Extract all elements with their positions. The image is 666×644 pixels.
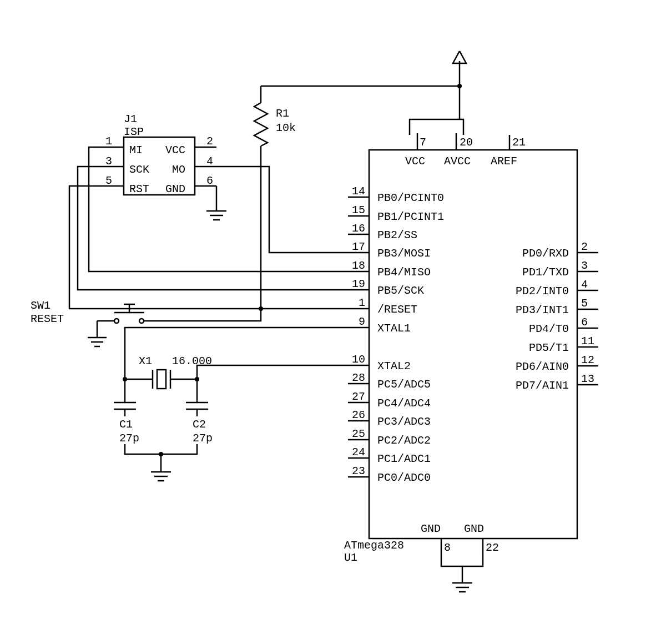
gnd-isp [206, 211, 226, 220]
mcu-left-name-6: /RESET [377, 303, 417, 316]
mcu-left-name-14: PC1/ADC1 [377, 452, 431, 465]
mcu-left-name-4: PB4/MISO [377, 266, 431, 279]
isp-name-sck: SCK [129, 163, 149, 176]
mcu-left-name-3: PB3/MOSI [377, 247, 431, 260]
mcu-right-num-6: 12 [581, 354, 594, 366]
mcu-left-num-15: 23 [352, 465, 365, 477]
c2-value2: 27p [193, 432, 213, 445]
vcc-arrow [453, 51, 466, 119]
mcu-left-num-0: 14 [352, 185, 365, 198]
svg-point-47 [114, 319, 119, 323]
xtal-symbol: X1 16.000 C1 27p C2 27p C1 [114, 328, 348, 481]
mcu-symbol: 7 20 21 VCC AVCC AREF 8 22 GND GND 14PB0… [344, 119, 598, 566]
mcu-right-num-0: 2 [581, 240, 588, 253]
c2-ref2: C2 [193, 418, 206, 431]
mcu-right-num-4: 6 [581, 316, 588, 329]
mcu-left-num-2: 16 [352, 222, 365, 235]
mcu-left-name-13: PC2/ADC2 [377, 434, 431, 447]
isp-pin-1: 1 [105, 135, 112, 148]
isp-pin-6: 6 [206, 174, 213, 187]
mcu-right-num-1: 3 [581, 259, 588, 272]
mcu-left-name-5: PB5/SCK [377, 284, 424, 297]
mcu-left-name-10: PC5/ADC5 [377, 378, 431, 391]
mcu-left-name-0: PB0/PCINT0 [377, 192, 444, 204]
mcu-part: ATmega328 [344, 539, 404, 552]
mcu-right-name-4: PD4/T0 [529, 323, 569, 335]
r1-symbol: R1 10k [254, 86, 296, 163]
mcu-right-name-5: PD5/T1 [529, 341, 569, 354]
sw1-symbol: SW1 RESET [31, 299, 144, 346]
isp-name-vcc: VCC [165, 144, 185, 157]
mcu-right-name-7: PD7/AIN1 [516, 379, 569, 392]
isp-pin-4: 4 [206, 155, 213, 168]
mcu-left-name-1: PB1/PCINT1 [377, 210, 444, 223]
mcu-top-name-vcc: VCC [405, 155, 425, 168]
mcu-right-name-6: PD6/AIN0 [516, 360, 569, 373]
mcu-left-num-1: 15 [352, 204, 365, 217]
mcu-right-num-5: 11 [581, 335, 594, 348]
c1-value2: 27p [119, 432, 139, 445]
mcu-gnd [452, 566, 472, 592]
mcu-right-name-0: PD0/RXD [522, 247, 569, 260]
mcu-top-pin-21: 21 [512, 136, 526, 149]
isp-name-mo: MO [172, 163, 185, 176]
isp-pin-3: 3 [105, 155, 112, 168]
isp-ref: J1 [124, 113, 137, 125]
mcu-left-num-7: 9 [359, 315, 365, 328]
c1-ref2: C1 [119, 418, 133, 431]
x1-ref: X1 [139, 355, 152, 368]
isp-symbol: J1 ISP 1 3 5 2 4 6 MI VCC SCK MO RST GND [103, 113, 216, 195]
r1-ref: R1 [276, 107, 289, 120]
mcu-bot-name-22: GND [464, 522, 484, 535]
mcu-left-num-3: 17 [352, 240, 365, 253]
mcu-left-name-12: PC3/ADC3 [377, 415, 431, 428]
mcu-left-num-10: 28 [352, 371, 365, 384]
mcu-top-name-avcc: AVCC [444, 155, 471, 168]
isp-name-rst: RST [129, 183, 149, 195]
mcu-left-name-9: XTAL2 [377, 360, 411, 373]
svg-point-48 [139, 319, 144, 323]
mcu-left-num-4: 18 [352, 259, 365, 272]
isp-pin-2: 2 [206, 135, 213, 148]
cap-labels: C1 27p C2 27p [111, 416, 233, 445]
sw1-ref: SW1 [31, 299, 51, 312]
mcu-left-num-13: 25 [352, 427, 365, 440]
mcu-top-name-aref: AREF [491, 155, 517, 168]
mcu-right-name-2: PD2/INT0 [516, 285, 569, 298]
mcu-left-name-7: XTAL1 [377, 322, 411, 335]
isp-name-gnd: GND [165, 183, 185, 195]
isp-name-mi: MI [129, 144, 143, 157]
mcu-bot-name-8: GND [421, 522, 441, 535]
r1-value: 10k [276, 122, 296, 134]
mcu-right-name-1: PD1/TXD [522, 266, 569, 279]
sw1-name: RESET [31, 313, 64, 325]
isp-pin-5: 5 [105, 174, 112, 187]
mcu-right-num-7: 13 [581, 373, 594, 385]
svg-rect-57 [157, 370, 166, 389]
mcu-right-num-2: 4 [581, 278, 588, 291]
mcu-top-pin-7: 7 [420, 136, 426, 149]
mcu-bot-pin-8: 8 [444, 541, 451, 554]
mcu-left-name-11: PC4/ADC4 [377, 397, 431, 410]
mcu-left-num-14: 24 [352, 446, 365, 459]
mcu-right-num-3: 5 [581, 297, 588, 310]
mcu-left-num-12: 26 [352, 409, 365, 421]
mcu-bot-pin-22: 22 [486, 541, 499, 554]
mcu-left-num-9: 10 [352, 353, 365, 366]
mcu-left-num-5: 19 [352, 278, 365, 290]
mcu-ref: U1 [344, 551, 357, 564]
mcu-right-name-3: PD3/INT1 [516, 304, 569, 316]
mcu-top-pin-20: 20 [460, 136, 473, 149]
mcu-left-num-6: 1 [359, 296, 365, 309]
mcu-left-num-11: 27 [352, 390, 365, 403]
mcu-left-name-15: PC0/ADC0 [377, 471, 431, 484]
isp-name: ISP [124, 125, 144, 138]
mcu-left-name-2: PB2/SS [377, 229, 417, 242]
